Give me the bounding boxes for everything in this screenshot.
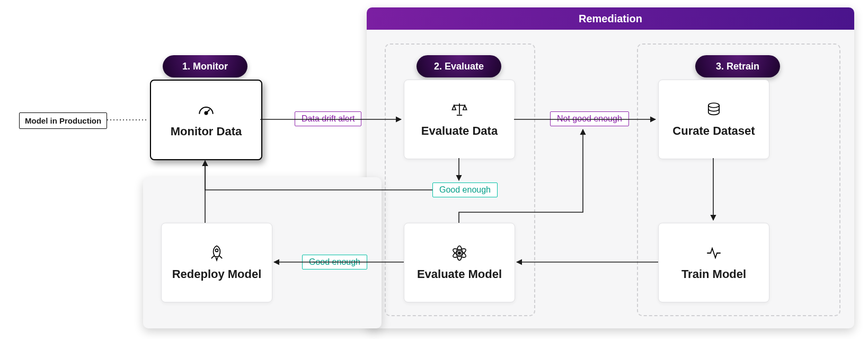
gauge-icon — [196, 101, 217, 119]
node-curate-dataset: Curate Dataset — [658, 80, 769, 159]
svg-point-5 — [708, 103, 719, 108]
node-label: Evaluate Data — [421, 124, 498, 138]
node-label: Evaluate Model — [417, 267, 502, 281]
node-redeploy-model: Redeploy Model — [161, 223, 272, 302]
stage-pill-monitor: 1. Monitor — [163, 55, 247, 77]
rocket-icon — [206, 244, 227, 262]
node-evaluate-data: Evaluate Data — [404, 80, 515, 159]
node-label: Curate Dataset — [672, 124, 755, 138]
node-label: Train Model — [681, 267, 746, 281]
node-monitor-data: Monitor Data — [150, 80, 262, 160]
diagram-canvas: Remediation 1. Monitor 2. Evaluate 3. Re… — [0, 0, 868, 339]
edge-label-good-enough-data: Good enough — [432, 182, 498, 197]
stage-pill-retrain: 3. Retrain — [695, 55, 780, 77]
node-label: Redeploy Model — [172, 267, 262, 281]
edge-label-data-drift: Data drift alert — [295, 111, 361, 126]
edge-label-not-good-enough: Not good enough — [550, 111, 629, 126]
activity-icon — [703, 244, 724, 262]
database-icon — [703, 101, 724, 119]
svg-point-10 — [215, 249, 218, 251]
node-evaluate-model: Evaluate Model — [404, 223, 515, 302]
remediation-title: Remediation — [367, 7, 854, 30]
scales-icon — [449, 101, 470, 119]
start-label: Model in Production — [19, 112, 107, 129]
svg-point-9 — [458, 252, 460, 254]
atom-icon — [449, 244, 470, 262]
node-train-model: Train Model — [658, 223, 769, 302]
node-label: Monitor Data — [171, 125, 242, 138]
edge-label-good-enough-model: Good enough — [302, 255, 367, 270]
stage-pill-evaluate: 2. Evaluate — [417, 55, 501, 77]
